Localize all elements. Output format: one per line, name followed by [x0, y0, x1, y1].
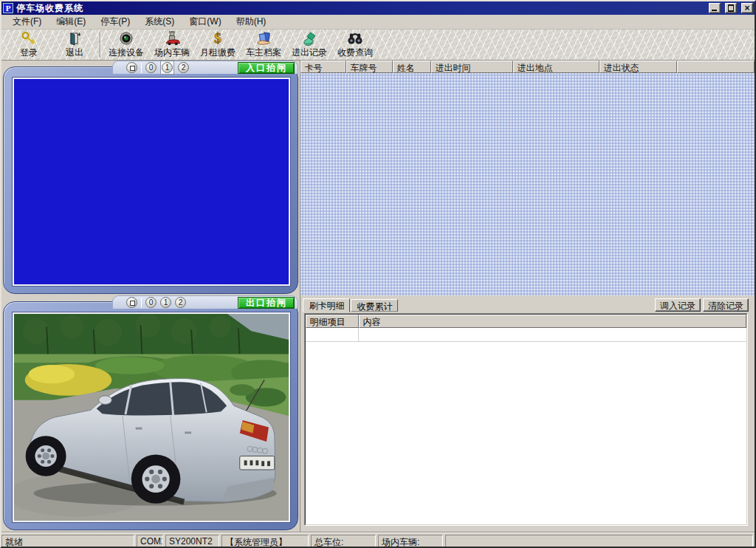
entry-camera-selected-frame: 1	[160, 61, 174, 75]
tab-fee-total[interactable]: 收费累计	[351, 299, 398, 312]
main-area: 0 1 2 入口抬闸 0	[1, 61, 755, 532]
exit-monitor-header: 0 1 2 出口抬闸	[112, 295, 298, 309]
brush-icon	[301, 31, 317, 46]
detail-grid-header: 明细项目 内容	[306, 315, 746, 328]
login-button[interactable]: 登录	[6, 31, 52, 59]
exit-button[interactable]: 退出	[52, 31, 97, 59]
exit-video-feed	[14, 314, 289, 521]
entry-camera-2-button[interactable]: 2	[178, 62, 189, 73]
detail-empty-cell	[306, 328, 359, 341]
toolbar: 登录 退出 连接设备	[1, 30, 755, 61]
exit-gate-open-button[interactable]: 出口抬闸	[238, 297, 295, 309]
menubar: 文件(F) 编辑(E) 停车(P) 系统(S) 窗口(W) 帮助(H)	[1, 15, 755, 30]
exit-camera-2-button[interactable]: 2	[175, 297, 186, 308]
svg-text:$: $	[214, 30, 221, 46]
clear-records-button[interactable]: 清除记录	[703, 298, 749, 312]
col-entry-exit-place[interactable]: 进出地点	[513, 61, 599, 73]
titlebar: P 停车场收费系统 ×	[1, 1, 755, 15]
owner-file-icon	[255, 31, 272, 46]
col-detail-item: 明细项目	[306, 315, 359, 328]
app-window: P 停车场收费系统 × 文件(F) 编辑(E) 停车(P) 系统(S) 窗口(W…	[0, 0, 756, 548]
col-name[interactable]: 姓名	[393, 61, 431, 73]
restore-button[interactable]	[725, 3, 737, 13]
menu-file[interactable]: 文件(F)	[6, 14, 48, 30]
records-column: 卡号 车牌号 姓名 进出时间 进出地点 进出状态 刷卡明细 收费累计 调入记录	[300, 61, 755, 532]
toolbar-label: 退出	[66, 47, 83, 59]
menu-window[interactable]: 窗口(W)	[182, 14, 227, 30]
camera-lens-icon	[119, 31, 134, 46]
header-divider	[141, 298, 142, 308]
detail-grid: 明细项目 内容	[304, 313, 748, 526]
entry-camera-0-button[interactable]: 0	[145, 62, 157, 73]
records-list-body[interactable]	[300, 73, 755, 295]
binoculars-icon	[347, 31, 363, 46]
toolbar-label: 登录	[20, 47, 38, 59]
col-entry-exit-status[interactable]: 进出状态	[599, 61, 677, 73]
records-header: 卡号 车牌号 姓名 进出时间 进出地点 进出状态	[300, 61, 755, 73]
exit-camera-1-button[interactable]: 1	[160, 297, 171, 308]
status-com-port: COM1	[137, 535, 163, 548]
attendant-car-icon	[164, 30, 180, 46]
status-filler	[445, 535, 753, 548]
entry-monitor-panel: 0 1 2 入口抬闸	[1, 61, 300, 295]
menu-system[interactable]: 系统(S)	[138, 14, 181, 30]
exit-monitor-panel: 0 1 2 出口抬闸	[1, 295, 300, 532]
menu-parking[interactable]: 停车(P)	[94, 14, 137, 30]
window-title: 停车场收费系统	[16, 2, 704, 15]
exit-video-frame	[3, 301, 298, 530]
exit-video-screen	[13, 312, 290, 522]
entry-video-frame	[3, 66, 298, 294]
status-operator: 【系统管理员】	[221, 535, 309, 548]
owner-archives-button[interactable]: 车主档案	[241, 31, 286, 59]
statusbar: 就绪 COM1 SY200NT2 【系统管理员】 总车位: 场内车辆:	[1, 533, 755, 548]
exit-camera-0-button[interactable]: 0	[145, 297, 157, 308]
status-vehicles-inside: 场内车辆:	[378, 535, 443, 548]
entry-video-feed	[14, 79, 289, 284]
col-entry-exit-time[interactable]: 进出时间	[431, 61, 513, 73]
car-photo	[14, 314, 289, 521]
camera-column: 0 1 2 入口抬闸 0	[1, 61, 300, 532]
entry-stop-button[interactable]	[126, 62, 137, 73]
col-detail-content: 内容	[359, 315, 746, 328]
toolbar-label: 收费查询	[337, 47, 373, 59]
col-plate-number[interactable]: 车牌号	[346, 61, 393, 73]
status-device-model: SY200NT2	[165, 535, 219, 548]
close-button[interactable]: ×	[741, 3, 753, 13]
toolbar-label: 月租缴费	[200, 47, 236, 59]
exit-door-icon	[67, 31, 82, 46]
detail-grid-body	[306, 342, 746, 524]
detail-tabstrip: 刷卡明细 收费累计 调入记录 清除记录	[300, 295, 755, 312]
entry-camera-1-button[interactable]: 1	[162, 62, 173, 73]
detail-grid-inner: 明细项目 内容	[305, 314, 747, 525]
connect-device-button[interactable]: 连接设备	[103, 31, 149, 59]
entry-exit-records-button[interactable]: 进出记录	[286, 31, 332, 59]
entry-gate-open-button[interactable]: 入口抬闸	[238, 62, 295, 74]
minimize-button[interactable]	[709, 3, 721, 13]
menu-edit[interactable]: 编辑(E)	[49, 14, 92, 30]
tab-swipe-detail[interactable]: 刷卡明细	[303, 298, 350, 312]
entry-video-screen	[13, 78, 290, 286]
col-filler	[677, 61, 755, 73]
minimize-icon	[712, 10, 717, 11]
status-total-spaces: 总车位:	[311, 535, 376, 548]
vehicles-in-lot-button[interactable]: 场内车辆	[149, 31, 195, 59]
status-ready: 就绪	[1, 535, 134, 548]
exit-stop-button[interactable]	[126, 297, 137, 308]
toolbar-label: 连接设备	[109, 47, 144, 59]
close-icon: ×	[744, 3, 749, 13]
menu-help[interactable]: 帮助(H)	[230, 14, 273, 30]
header-divider	[141, 63, 142, 73]
toolbar-label: 场内车辆	[154, 47, 190, 59]
records-listview: 卡号 车牌号 姓名 进出时间 进出地点 进出状态	[300, 61, 755, 295]
toolbar-separator	[100, 32, 101, 58]
col-card-number[interactable]: 卡号	[300, 61, 346, 73]
monthly-payment-button[interactable]: $ 月租缴费	[195, 31, 241, 59]
entry-monitor-header: 0 1 2 入口抬闸	[112, 61, 298, 74]
toolbar-label: 车主档案	[246, 47, 281, 59]
load-records-button[interactable]: 调入记录	[655, 298, 701, 312]
detail-panel: 刷卡明细 收费累计 调入记录 清除记录 明细项目 内容	[300, 295, 755, 532]
dollar-icon: $	[210, 30, 225, 46]
key-icon	[21, 31, 37, 46]
app-icon: P	[3, 3, 13, 13]
fee-query-button[interactable]: 收费查询	[332, 31, 378, 59]
